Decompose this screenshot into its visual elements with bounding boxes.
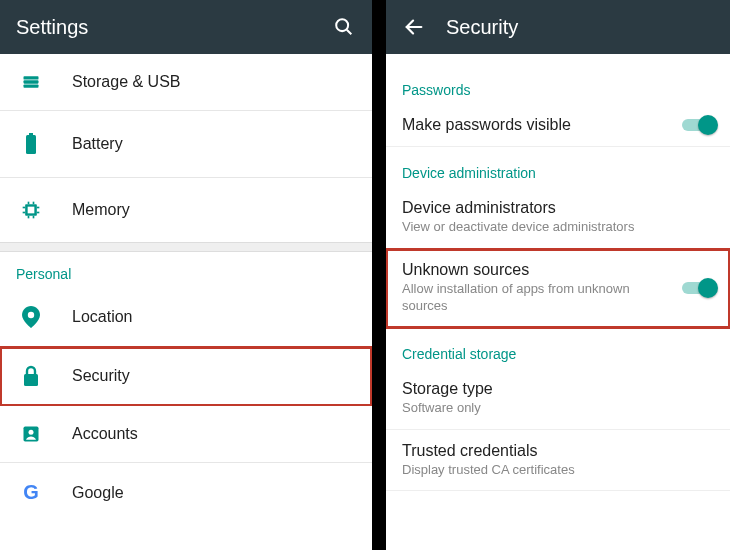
item-label: Device administrators xyxy=(402,199,670,217)
settings-item-label: Location xyxy=(72,308,133,326)
google-icon: G xyxy=(18,481,44,504)
settings-item-battery[interactable]: Battery xyxy=(0,111,372,178)
memory-icon xyxy=(18,200,44,220)
security-panel: Security Passwords Make passwords visibl… xyxy=(386,0,730,550)
settings-item-memory[interactable]: Memory xyxy=(0,178,372,242)
settings-item-security[interactable]: Security xyxy=(0,347,372,406)
section-divider xyxy=(0,242,372,252)
location-icon xyxy=(18,306,44,328)
svg-rect-2 xyxy=(24,76,39,79)
item-label: Make passwords visible xyxy=(402,116,670,134)
svg-rect-3 xyxy=(24,80,39,83)
settings-item-location[interactable]: Location xyxy=(0,288,372,347)
item-label: Trusted credentials xyxy=(402,442,670,460)
svg-point-17 xyxy=(28,312,34,318)
svg-line-1 xyxy=(347,30,352,35)
item-sublabel: Allow installation of apps from unknown … xyxy=(402,281,670,315)
settings-item-label: Security xyxy=(72,367,130,385)
credential-storage-header: Credential storage xyxy=(386,328,730,368)
item-label: Unknown sources xyxy=(402,261,670,279)
battery-icon xyxy=(18,133,44,155)
lock-icon xyxy=(18,365,44,387)
svg-rect-6 xyxy=(29,133,33,136)
settings-appbar: Settings xyxy=(0,0,372,54)
item-sublabel: View or deactivate device administrators xyxy=(402,219,670,236)
settings-item-label: Memory xyxy=(72,201,130,219)
accounts-icon xyxy=(18,424,44,444)
settings-item-google[interactable]: G Google xyxy=(0,463,372,522)
storage-icon xyxy=(18,72,44,92)
settings-title: Settings xyxy=(16,16,312,39)
svg-point-20 xyxy=(29,430,34,435)
back-icon[interactable] xyxy=(402,15,426,39)
item-sublabel: Software only xyxy=(402,400,670,417)
security-title: Security xyxy=(446,16,714,39)
settings-item-label: Battery xyxy=(72,135,123,153)
svg-rect-5 xyxy=(26,135,36,154)
passwords-section-header: Passwords xyxy=(386,64,730,104)
security-list: Passwords Make passwords visible Device … xyxy=(386,54,730,550)
personal-section-header: Personal xyxy=(0,252,372,288)
trusted-credentials-row[interactable]: Trusted credentials Display trusted CA c… xyxy=(386,430,730,492)
device-administrators-row[interactable]: Device administrators View or deactivate… xyxy=(386,187,730,249)
item-label: Storage type xyxy=(402,380,670,398)
settings-list: Storage & USB Battery Memory Personal Lo… xyxy=(0,54,372,550)
panel-divider xyxy=(372,0,386,550)
svg-point-0 xyxy=(336,19,348,31)
search-icon[interactable] xyxy=(332,15,356,39)
settings-item-storage[interactable]: Storage & USB xyxy=(0,54,372,111)
storage-type-row[interactable]: Storage type Software only xyxy=(386,368,730,430)
settings-item-label: Google xyxy=(72,484,124,502)
unknown-sources-row[interactable]: Unknown sources Allow installation of ap… xyxy=(386,249,730,328)
security-appbar: Security xyxy=(386,0,730,54)
svg-rect-8 xyxy=(28,207,35,214)
item-sublabel: Display trusted CA certificates xyxy=(402,462,670,479)
svg-rect-18 xyxy=(24,374,38,386)
settings-item-accounts[interactable]: Accounts xyxy=(0,406,372,463)
device-admin-section-header: Device administration xyxy=(386,147,730,187)
settings-item-label: Accounts xyxy=(72,425,138,443)
svg-rect-4 xyxy=(24,85,39,88)
settings-panel: Settings Storage & USB Battery Memory Pe… xyxy=(0,0,372,550)
settings-item-label: Storage & USB xyxy=(72,73,181,91)
passwords-visible-toggle[interactable] xyxy=(682,115,716,135)
make-passwords-visible-row[interactable]: Make passwords visible xyxy=(386,104,730,147)
unknown-sources-toggle[interactable] xyxy=(682,278,716,298)
